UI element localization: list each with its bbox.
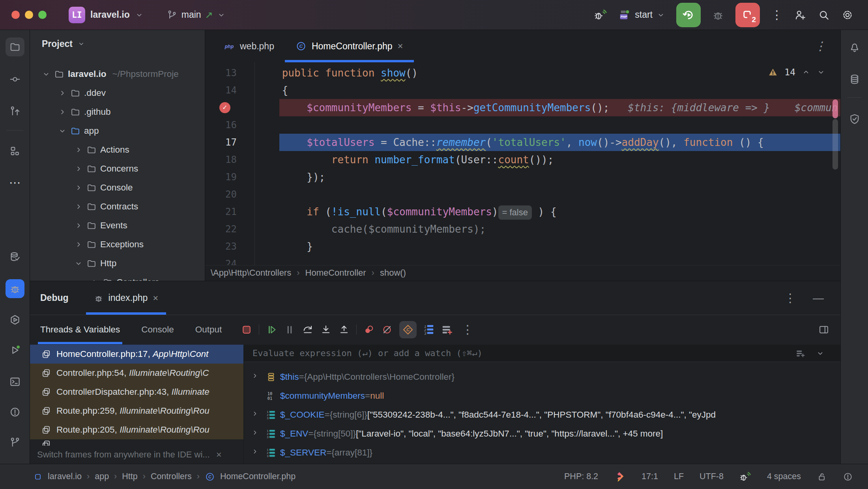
code-line-17[interactable]: 17 $totalUsers = Cache::remember('totalU… — [205, 134, 840, 151]
chevron-down-icon[interactable] — [58, 127, 67, 135]
database-tool-icon[interactable] — [845, 70, 864, 89]
frame-row[interactable] — [30, 439, 243, 446]
chevron-right-icon[interactable] — [251, 410, 259, 418]
tree-item-.github[interactable]: .github — [30, 103, 205, 121]
evaluate-expression-button[interactable]: C — [399, 321, 417, 338]
encoding-widget[interactable]: UTF-8 — [700, 472, 724, 482]
chevron-right-icon[interactable] — [251, 429, 259, 437]
minimize-window-button[interactable] — [25, 11, 33, 19]
next-warning-icon[interactable] — [817, 68, 825, 77]
frame-row[interactable]: HomeController.php:17, App\Http\Cont — [30, 345, 243, 364]
add-user-icon[interactable] — [794, 9, 806, 21]
indent-widget[interactable]: 4 spaces — [767, 472, 801, 482]
tree-item-contracts[interactable]: Contracts — [30, 197, 205, 216]
variable-row-_ENV[interactable]: 123$_ENV = {string[50]} ["Laravel-io", "… — [244, 424, 840, 443]
debug-listener-icon[interactable] — [594, 8, 607, 22]
tab-options-kebab-icon[interactable]: ⋮ — [815, 41, 825, 51]
branch-widget[interactable]: main ↗ — [166, 9, 226, 21]
chevron-right-icon[interactable] — [74, 221, 83, 230]
tree-item-console[interactable]: Console — [30, 178, 205, 197]
frame-row[interactable]: Route.php:205, Illuminate\Routing\Rou — [30, 420, 243, 439]
chevron-down-icon[interactable] — [816, 349, 825, 358]
pause-icon[interactable] — [284, 324, 296, 336]
chevron-right-icon[interactable] — [74, 202, 83, 211]
breadcrumb-item[interactable]: \App\Http\Controllers — [211, 268, 291, 278]
chevron-right-icon[interactable] — [58, 108, 67, 116]
breakpoint-icon[interactable]: ✓ — [219, 102, 230, 113]
tab-output[interactable]: Output — [193, 315, 224, 344]
services-tool-icon[interactable] — [6, 310, 24, 329]
chevron-down-icon[interactable] — [42, 70, 51, 78]
chevron-right-icon[interactable] — [74, 240, 83, 249]
frame-row[interactable]: Route.php:259, Illuminate\Routing\Rou — [30, 401, 243, 420]
code-line-22[interactable]: 22 cache($communityMembers); — [205, 220, 840, 238]
add-watch-icon[interactable] — [441, 324, 453, 336]
inspection-widget[interactable]: 14 — [768, 67, 825, 77]
code-editor[interactable]: 14 13 public function show()14 {✓ $commu… — [205, 62, 840, 265]
debug-tool-icon[interactable] — [6, 279, 24, 298]
project-widget[interactable]: LI laravel.io — [69, 7, 144, 23]
code-line-18[interactable]: 18 return number_format(User::count()); — [205, 151, 840, 168]
version-control-tool-icon[interactable] — [6, 433, 24, 452]
tab-console[interactable]: Console — [139, 315, 176, 344]
code-line-13[interactable]: 13 public function show() — [205, 64, 840, 82]
chevron-down-icon[interactable] — [74, 259, 83, 268]
step-over-icon[interactable] — [302, 324, 314, 336]
chevron-right-icon[interactable] — [74, 164, 83, 173]
debug-listener-icon[interactable] — [739, 471, 751, 483]
tree-item-concerns[interactable]: Concerns — [30, 159, 205, 178]
more-kebab-icon[interactable]: ⋮ — [462, 324, 473, 336]
stop-icon[interactable] — [241, 324, 253, 336]
breadcrumb-item[interactable]: app — [95, 472, 109, 482]
event-log-icon[interactable] — [843, 472, 853, 482]
tree-item-.ddev[interactable]: .ddev — [30, 84, 205, 103]
mute-breakpoints-icon[interactable] — [381, 324, 393, 336]
step-into-icon[interactable] — [320, 324, 332, 336]
debug-icon[interactable] — [712, 9, 724, 21]
search-icon[interactable] — [817, 9, 830, 21]
code-line-23[interactable]: 23 } — [205, 238, 840, 255]
zoom-window-button[interactable] — [38, 11, 47, 19]
step-out-icon[interactable] — [338, 324, 350, 336]
previous-warning-icon[interactable] — [802, 68, 810, 77]
unlock-icon[interactable] — [817, 472, 827, 482]
breadcrumb-item[interactable]: show() — [380, 268, 406, 278]
tree-item-exceptions[interactable]: Exceptions — [30, 235, 205, 254]
run-configuration[interactable]: PHP start — [618, 9, 665, 21]
close-icon[interactable]: × — [153, 293, 158, 304]
frame-row[interactable]: ControllerDispatcher.php:43, Illuminate — [30, 383, 243, 401]
chevron-right-icon[interactable] — [251, 448, 259, 455]
code-line-16[interactable]: 16 — [205, 116, 840, 134]
breadcrumb-item[interactable]: Http — [122, 472, 137, 482]
run-tool-icon[interactable] — [6, 341, 24, 360]
chevron-right-icon[interactable] — [90, 278, 99, 281]
pull-requests-tool-icon[interactable] — [6, 102, 24, 121]
ddev-icon[interactable] — [614, 471, 626, 483]
tab-homecontroller-php[interactable]: C HomeController.php × — [285, 30, 414, 62]
evaluate-expression-input[interactable]: Evaluate expression (↵) or add a watch (… — [244, 345, 840, 362]
close-window-button[interactable] — [11, 11, 20, 19]
add-watch-icon[interactable] — [795, 348, 806, 358]
terminal-tool-icon[interactable] — [6, 372, 24, 391]
tree-item-app[interactable]: app — [30, 121, 205, 140]
structure-tool-icon[interactable] — [6, 142, 24, 161]
variable-row-this[interactable]: $this = {App\Http\Controllers\HomeContro… — [244, 368, 840, 386]
database-tool-icon[interactable] — [6, 248, 24, 267]
code-line-24[interactable]: 24 — [205, 255, 840, 265]
php-version-widget[interactable]: PHP: 8.2 — [564, 472, 598, 482]
code-line-19[interactable]: 19 }); — [205, 168, 840, 186]
editor-scrollbar[interactable] — [832, 119, 838, 170]
kebab-menu-icon[interactable]: ⋮ — [771, 9, 783, 21]
caret-position-widget[interactable]: 17:1 — [642, 472, 658, 482]
view-breakpoints-icon[interactable] — [363, 324, 375, 336]
frame-row[interactable]: Controller.php:54, Illuminate\Routing\C — [30, 364, 243, 383]
threads-view-icon[interactable]: 123 — [423, 324, 435, 336]
tree-item-controllers[interactable]: Controllers — [30, 273, 205, 281]
code-line-15[interactable]: ✓ $communityMembers = $this->getCommunit… — [205, 99, 840, 116]
problems-tool-icon[interactable] — [6, 403, 24, 422]
code-line-20[interactable]: 20 — [205, 186, 840, 203]
project-folder-tool-icon[interactable] — [6, 37, 24, 56]
close-icon[interactable]: × — [216, 449, 222, 460]
code-line-14[interactable]: 14 { — [205, 82, 840, 99]
more-tools-icon[interactable]: ⋯ — [6, 173, 24, 192]
